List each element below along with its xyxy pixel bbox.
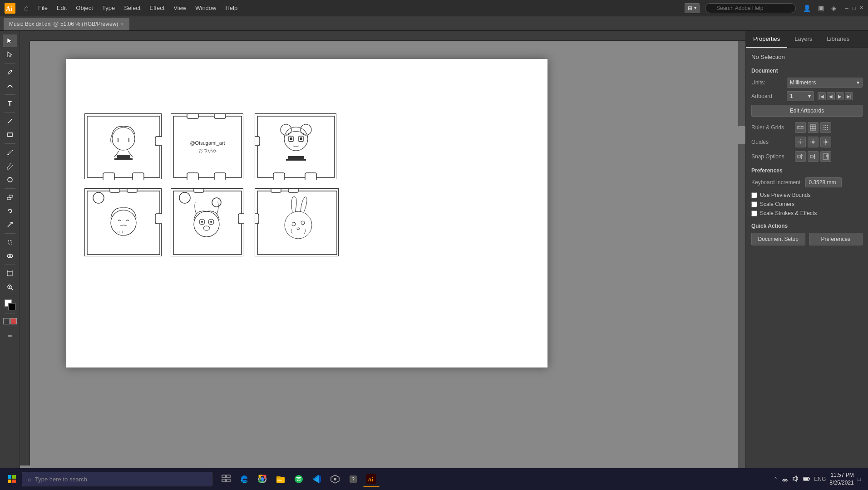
taskbar-search-box[interactable]: ⌕ Type here to search [22, 472, 212, 486]
svg-point-5 [7, 154, 8, 155]
menu-window[interactable]: Window [192, 3, 220, 13]
edge-btn[interactable] [236, 471, 252, 487]
artboard-next-last[interactable]: ▶| [845, 92, 853, 100]
keyboard-increment-value[interactable]: 0.3528 mm [805, 177, 842, 187]
snap-to-point-icon[interactable] [795, 151, 806, 162]
selection-tool[interactable] [3, 34, 17, 47]
svg-rect-64 [194, 189, 204, 192]
language-indicator[interactable]: ENG [814, 476, 826, 482]
artboard-selector[interactable]: 1 ▾ [787, 91, 814, 101]
tab-close-button[interactable]: × [121, 21, 123, 27]
artboard-tool[interactable] [3, 267, 17, 280]
speaker-tray-icon[interactable] [792, 475, 799, 484]
menu-view[interactable]: View [170, 3, 190, 13]
screen-mode-icon[interactable]: ▣ [816, 3, 826, 14]
artboard-next[interactable]: ▶ [836, 92, 844, 100]
vertical-scrollbar[interactable] [738, 41, 745, 468]
menu-help[interactable]: Help [222, 3, 241, 13]
discover-icon[interactable]: ◈ [829, 3, 838, 14]
profile-icon[interactable]: 👤 [801, 3, 813, 14]
menu-effect[interactable]: Effect [146, 3, 168, 13]
background-color[interactable] [8, 303, 15, 310]
direct-selection-tool[interactable] [3, 48, 17, 61]
document-setup-button[interactable]: Document Setup [751, 233, 805, 245]
pen-tool[interactable] [3, 66, 17, 78]
preferences-button[interactable]: Preferences [809, 233, 863, 245]
blob-brush-tool[interactable] [3, 173, 17, 186]
pencil-tool[interactable] [3, 160, 17, 172]
quick-mask-icon[interactable] [10, 318, 17, 324]
use-preview-bounds-label[interactable]: Use Preview Bounds [760, 192, 810, 198]
layers-tab[interactable]: Layers [787, 31, 819, 48]
menu-file[interactable]: File [35, 3, 51, 13]
chrome-btn[interactable] [254, 471, 271, 487]
ruler-icon[interactable] [795, 122, 806, 133]
snap-to-grid-icon[interactable] [808, 151, 819, 162]
artboard-prev[interactable]: ◀ [827, 92, 835, 100]
menu-type[interactable]: Type [99, 3, 118, 13]
search-input[interactable] [705, 3, 796, 13]
paintbrush-tool[interactable] [3, 146, 17, 159]
notification-btn[interactable]: □ [858, 476, 861, 482]
mb-panel-6 [255, 188, 339, 256]
artboard-prev-first[interactable]: |◀ [818, 92, 826, 100]
properties-tab[interactable]: Properties [746, 31, 787, 48]
use-preview-bounds-checkbox[interactable] [751, 192, 757, 198]
rotate-tool[interactable] [3, 205, 17, 217]
vertical-scroll-thumb[interactable] [738, 126, 745, 144]
grid-icon[interactable] [808, 122, 819, 133]
color-tool[interactable] [3, 299, 17, 311]
battery-tray-icon[interactable] [803, 475, 810, 484]
spotify-btn[interactable] [291, 471, 307, 487]
smart-guides-icon[interactable] [820, 137, 831, 147]
libraries-tab[interactable]: Libraries [819, 31, 857, 48]
shape-builder-tool[interactable] [3, 250, 17, 262]
free-transform-tool[interactable] [3, 236, 17, 249]
panel-scroll-container[interactable]: No Selection Document Units: Millimeters… [746, 48, 868, 475]
menu-object[interactable]: Object [72, 3, 97, 13]
curvature-tool[interactable] [3, 79, 17, 92]
taskview-btn[interactable] [218, 471, 234, 487]
units-dropdown[interactable]: Millimeters ▾ [787, 78, 863, 88]
edit-artboards-button[interactable]: Edit Artboards [751, 105, 863, 117]
system-clock[interactable]: 11:57 PM 8/25/2021 [829, 471, 853, 487]
normal-mode-icon[interactable] [3, 318, 10, 324]
scale-tool[interactable] [3, 218, 17, 231]
eraser-tool[interactable] [3, 191, 17, 204]
scale-strokes-checkbox[interactable] [751, 211, 757, 216]
dot-grid-icon[interactable] [820, 122, 831, 133]
svg-point-97 [825, 129, 826, 130]
scale-corners-label[interactable]: Scale Corners [760, 201, 794, 207]
unknown-btn[interactable]: ? [345, 471, 361, 487]
more-tools-btn[interactable]: ••• [3, 329, 17, 342]
show-guides-icon[interactable] [795, 137, 806, 147]
svg-point-96 [824, 129, 824, 130]
canvas-viewport[interactable]: @Otsugami_art おつがみ [30, 41, 738, 468]
scale-strokes-label[interactable]: Scale Strokes & Effects [760, 210, 817, 216]
tool-separator-1 [5, 63, 15, 64]
network-tray-icon[interactable] [781, 475, 789, 484]
vscode-btn[interactable] [309, 471, 325, 487]
explorer-btn[interactable] [272, 471, 289, 487]
show-hidden-icons[interactable]: ⌃ [774, 476, 778, 482]
home-icon[interactable]: ⌂ [20, 2, 33, 15]
clock-time: 11:57 PM [829, 471, 853, 479]
canvas-area[interactable]: @Otsugami_art おつがみ [20, 31, 745, 475]
unity-btn[interactable] [327, 471, 343, 487]
snap-to-pixel-icon[interactable] [820, 151, 831, 162]
zoom-tool[interactable] [3, 281, 17, 294]
rectangle-tool[interactable] [3, 128, 17, 141]
scale-corners-checkbox[interactable] [751, 201, 757, 207]
menu-edit[interactable]: Edit [53, 3, 70, 13]
type-tool[interactable]: T [3, 97, 17, 110]
document-tab[interactable]: Music Box dxf.dxf @ 51.06 % (RGB/Preview… [4, 18, 129, 30]
close-button[interactable]: ✕ [858, 5, 864, 11]
start-button[interactable] [4, 471, 20, 487]
illustrator-taskbar-btn[interactable]: Ai [363, 471, 380, 487]
maximize-button[interactable]: □ [851, 5, 857, 11]
layout-switcher[interactable]: ⊞▾ [685, 3, 700, 13]
menu-select[interactable]: Select [120, 3, 144, 13]
minimize-button[interactable]: ─ [843, 5, 850, 11]
line-tool[interactable] [3, 115, 17, 127]
lock-guides-icon[interactable] [808, 137, 819, 147]
